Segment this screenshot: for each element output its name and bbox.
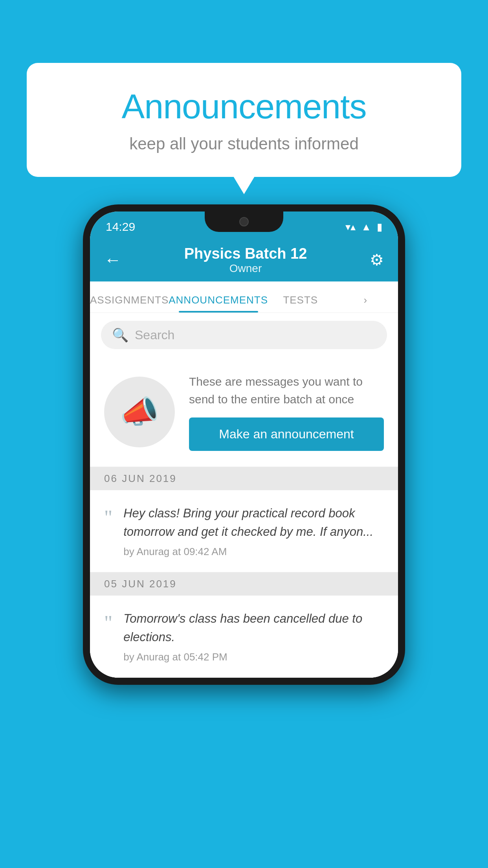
announcement-item-2[interactable]: " Tomorrow's class has been cancelled du… bbox=[90, 596, 398, 678]
tab-bar: ASSIGNMENTS ANNOUNCEMENTS TESTS › bbox=[90, 281, 398, 313]
phone-outer: 14:29 ▾▴ ▲ ▮ ← Physics Batch 12 Owner ⚙ bbox=[83, 204, 405, 685]
tab-assignments[interactable]: ASSIGNMENTS bbox=[90, 294, 169, 313]
announcement-text-1: Hey class! Bring your practical record b… bbox=[123, 504, 384, 541]
announcement-content-1: Hey class! Bring your practical record b… bbox=[123, 504, 384, 558]
speech-bubble-title: Announcements bbox=[50, 86, 438, 127]
announcement-content-2: Tomorrow's class has been cancelled due … bbox=[123, 610, 384, 663]
search-placeholder: Search bbox=[135, 328, 174, 342]
tab-tests[interactable]: TESTS bbox=[268, 294, 333, 313]
search-icon: 🔍 bbox=[112, 327, 128, 343]
battery-icon: ▮ bbox=[377, 221, 382, 233]
phone-notch bbox=[205, 211, 283, 232]
phone-screen: 14:29 ▾▴ ▲ ▮ ← Physics Batch 12 Owner ⚙ bbox=[90, 211, 398, 678]
promo-icon-circle: 📣 bbox=[104, 377, 175, 447]
wifi-icon: ▾▴ bbox=[345, 221, 356, 233]
app-bar-subtitle: Owner bbox=[184, 262, 307, 275]
date-divider-1: 06 JUN 2019 bbox=[90, 467, 398, 490]
date-divider-2: 05 JUN 2019 bbox=[90, 572, 398, 596]
announcement-meta-1: by Anurag at 09:42 AM bbox=[123, 546, 384, 558]
promo-section: 📣 These are messages you want to send to… bbox=[90, 357, 398, 467]
quote-icon-2: " bbox=[104, 613, 112, 633]
signal-icon: ▲ bbox=[361, 221, 371, 233]
back-button[interactable]: ← bbox=[104, 250, 121, 270]
tab-more[interactable]: › bbox=[333, 294, 398, 313]
app-bar-title-group: Physics Batch 12 Owner bbox=[184, 245, 307, 275]
speech-bubble-subtitle: keep all your students informed bbox=[50, 134, 438, 153]
tab-announcements[interactable]: ANNOUNCEMENTS bbox=[169, 294, 268, 313]
promo-description: These are messages you want to send to t… bbox=[189, 373, 384, 408]
announcement-meta-2: by Anurag at 05:42 PM bbox=[123, 651, 384, 663]
search-bar[interactable]: 🔍 Search bbox=[101, 321, 387, 349]
phone-mockup: 14:29 ▾▴ ▲ ▮ ← Physics Batch 12 Owner ⚙ bbox=[83, 204, 405, 685]
search-container: 🔍 Search bbox=[90, 313, 398, 357]
make-announcement-button[interactable]: Make an announcement bbox=[189, 417, 384, 451]
status-icons: ▾▴ ▲ ▮ bbox=[345, 221, 382, 233]
content-area: 🔍 Search 📣 These are messages you want t… bbox=[90, 313, 398, 678]
announcement-item-1[interactable]: " Hey class! Bring your practical record… bbox=[90, 490, 398, 572]
speech-bubble-section: Announcements keep all your students inf… bbox=[27, 63, 461, 177]
promo-content: These are messages you want to send to t… bbox=[189, 373, 384, 451]
announcement-text-2: Tomorrow's class has been cancelled due … bbox=[123, 610, 384, 646]
app-bar-title: Physics Batch 12 bbox=[184, 245, 307, 262]
megaphone-icon: 📣 bbox=[120, 394, 159, 430]
app-bar: ← Physics Batch 12 Owner ⚙ bbox=[90, 238, 398, 281]
speech-bubble: Announcements keep all your students inf… bbox=[27, 63, 461, 177]
settings-icon[interactable]: ⚙ bbox=[370, 251, 384, 269]
quote-icon-1: " bbox=[104, 508, 112, 528]
phone-camera bbox=[239, 217, 249, 226]
status-time: 14:29 bbox=[106, 220, 135, 234]
